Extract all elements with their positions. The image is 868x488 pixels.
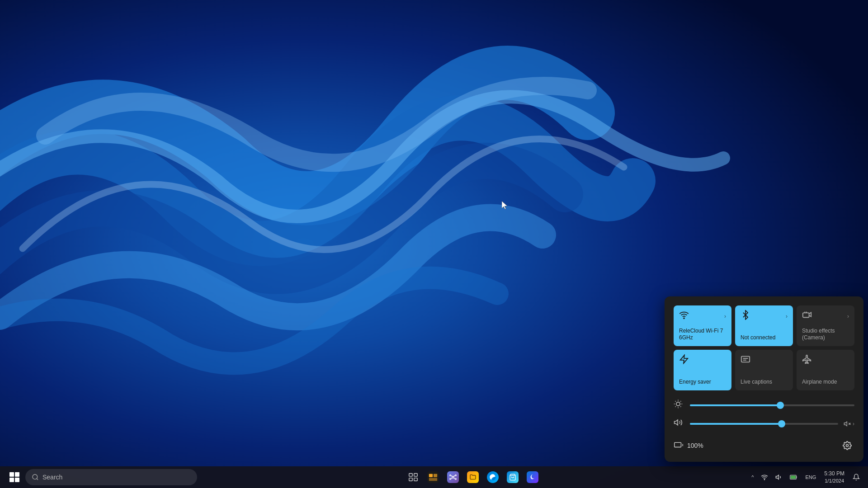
svg-marker-43 xyxy=(776,475,779,479)
svg-point-42 xyxy=(764,479,765,480)
store-button[interactable] xyxy=(504,468,522,486)
wifi-tray-icon[interactable] xyxy=(758,472,771,483)
energy-label: Energy saver xyxy=(679,379,726,386)
quick-settings-tiles: › ReleCloud Wi-Fi 7 6GHz › Not connected xyxy=(674,305,854,390)
studio-chevron[interactable]: › xyxy=(847,313,849,319)
studio-effects-tile[interactable]: › Studio effects (Camera) xyxy=(797,305,854,346)
notification-button[interactable] xyxy=(850,472,863,483)
svg-line-38 xyxy=(453,475,455,477)
wifi-label: ReleCloud Wi-Fi 7 6GHz xyxy=(679,328,726,342)
bluetooth-icon xyxy=(741,310,750,322)
svg-rect-26 xyxy=(414,474,417,476)
svg-point-8 xyxy=(676,402,680,406)
brightness-track[interactable] xyxy=(690,404,854,406)
volume-tray-icon[interactable] xyxy=(773,472,785,483)
quick-settings-panel: ▼ › ReleCloud Wi-Fi 7 6GHz xyxy=(665,296,863,462)
captions-icon xyxy=(741,354,750,366)
brightness-row xyxy=(674,399,854,411)
clock-button[interactable]: 5:30 PM 1/1/2024 xyxy=(821,469,848,485)
svg-rect-29 xyxy=(429,474,433,477)
quick-settings-sliders: › xyxy=(674,399,854,429)
live-captions-tile[interactable]: Live captions xyxy=(735,350,793,390)
file-manager-icon xyxy=(467,471,479,483)
volume-settings-button[interactable]: › xyxy=(844,420,854,427)
wifi-chevron[interactable]: › xyxy=(724,313,726,319)
battery-tray-icon[interactable] xyxy=(787,472,801,482)
battery-percent: 100% xyxy=(687,442,703,449)
svg-point-34 xyxy=(455,475,457,476)
volume-chevron[interactable]: › xyxy=(853,421,854,427)
quick-settings-footer: 100% xyxy=(674,438,854,453)
volume-icon xyxy=(674,418,684,429)
search-bar[interactable]: Search xyxy=(25,469,197,485)
explorer-icon xyxy=(427,471,439,483)
svg-rect-5 xyxy=(741,357,750,362)
taskbar: Search xyxy=(0,466,868,488)
svg-point-22 xyxy=(846,445,849,447)
multiconnect-icon xyxy=(447,471,459,483)
svg-line-12 xyxy=(680,406,681,407)
edge-icon xyxy=(487,471,499,483)
svg-rect-21 xyxy=(675,442,681,447)
svg-rect-2 xyxy=(803,313,809,317)
wifi-icon xyxy=(679,310,689,322)
svg-rect-30 xyxy=(434,474,437,477)
task-view-button[interactable] xyxy=(404,468,422,486)
time-display: 5:30 PM xyxy=(824,470,844,478)
svg-line-11 xyxy=(675,401,676,402)
system-tray: ^ ENG 5:30 xyxy=(749,469,863,485)
wifi-tile[interactable]: › ReleCloud Wi-Fi 7 6GHz xyxy=(674,305,731,346)
multiconnect-button[interactable] xyxy=(444,468,462,486)
svg-point-1 xyxy=(684,318,684,319)
task-view-icon xyxy=(407,471,419,483)
battery-charging-icon xyxy=(674,440,684,452)
language-indicator[interactable]: ENG xyxy=(802,473,819,482)
svg-point-35 xyxy=(450,479,451,480)
brightness-icon xyxy=(674,399,684,411)
search-label: Search xyxy=(42,474,62,481)
settings-gear-button[interactable] xyxy=(840,438,854,453)
bing-button[interactable] xyxy=(524,468,542,486)
date-display: 1/1/2024 xyxy=(825,478,844,484)
bluetooth-chevron[interactable]: › xyxy=(786,313,788,319)
airplane-mode-tile[interactable]: Airplane mode xyxy=(797,350,854,390)
store-icon xyxy=(507,471,519,483)
svg-marker-17 xyxy=(675,420,678,425)
svg-point-23 xyxy=(33,474,38,479)
svg-line-16 xyxy=(680,401,681,402)
battery-info: 100% xyxy=(674,440,703,452)
volume-track[interactable] xyxy=(690,423,838,425)
energy-saver-tile[interactable]: Energy saver xyxy=(674,350,731,390)
svg-rect-28 xyxy=(414,478,417,481)
volume-fill xyxy=(690,423,782,425)
brightness-thumb[interactable] xyxy=(777,402,784,409)
volume-row: › xyxy=(674,418,854,429)
camera-effects-icon xyxy=(802,310,812,322)
start-button[interactable] xyxy=(5,468,24,486)
svg-point-33 xyxy=(450,475,451,476)
explorer-button[interactable] xyxy=(424,468,442,486)
airplane-icon xyxy=(802,354,812,366)
airplane-label: Airplane mode xyxy=(802,379,849,386)
bing-icon xyxy=(527,471,538,483)
search-icon xyxy=(32,474,39,481)
edge-button[interactable] xyxy=(484,468,502,486)
svg-rect-45 xyxy=(791,476,796,479)
svg-line-40 xyxy=(453,478,455,479)
windows-logo xyxy=(9,472,19,482)
svg-line-37 xyxy=(451,475,452,477)
taskbar-app-area xyxy=(199,468,747,486)
studio-label: Studio effects (Camera) xyxy=(802,328,849,342)
volume-thumb[interactable] xyxy=(778,420,785,427)
svg-point-36 xyxy=(455,479,457,480)
svg-line-24 xyxy=(37,479,38,480)
bluetooth-label: Not connected xyxy=(741,334,788,342)
svg-rect-31 xyxy=(429,478,437,481)
language-label: ENG xyxy=(805,474,816,480)
svg-marker-18 xyxy=(844,422,847,426)
hidden-icons-button[interactable]: ^ xyxy=(749,473,756,482)
svg-rect-25 xyxy=(409,474,412,476)
file-manager-button[interactable] xyxy=(464,468,482,486)
chevron-up-icon: ^ xyxy=(751,474,754,480)
bluetooth-tile[interactable]: › Not connected xyxy=(735,305,793,346)
